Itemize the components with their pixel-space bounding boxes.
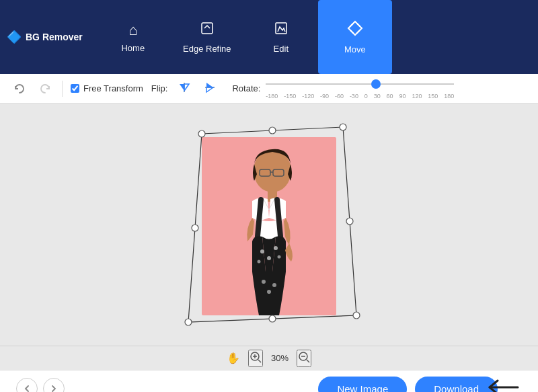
move-icon [347, 20, 363, 40]
rotate-track [266, 83, 454, 85]
app-header: 🔷 BG Remover ⌂ Home Edge Refine Edit [0, 0, 538, 74]
app-title: BG Remover [26, 32, 83, 42]
svg-point-25 [185, 319, 192, 325]
free-transform-label: Free Transform [83, 83, 143, 93]
edge-refine-icon [200, 21, 215, 40]
flip-vertical-button[interactable] [201, 80, 219, 97]
footer: New Image Download [0, 370, 538, 392]
tab-edge-refine-label: Edge Refine [183, 44, 231, 54]
rotate-slider[interactable] [266, 77, 454, 91]
tab-move[interactable]: Move [318, 0, 392, 74]
hand-tool-icon[interactable]: ✋ [227, 352, 240, 364]
svg-point-29 [269, 315, 276, 322]
zoom-bar: ✋ 30% [0, 346, 538, 370]
svg-marker-4 [184, 84, 189, 91]
canvas-area[interactable] [0, 104, 538, 346]
zoom-out-button[interactable] [297, 350, 311, 367]
svg-point-22 [198, 130, 205, 137]
transform-box[interactable] [182, 127, 356, 322]
transform-outline-svg [182, 127, 356, 322]
svg-marker-2 [180, 84, 184, 91]
toolbar-divider-1 [62, 81, 63, 97]
svg-marker-7 [206, 87, 213, 92]
svg-point-23 [340, 124, 346, 130]
svg-marker-21 [188, 127, 356, 322]
flip-horizontal-button[interactable] [176, 80, 193, 97]
undo-button[interactable] [11, 80, 28, 97]
svg-point-24 [353, 312, 360, 319]
svg-rect-0 [202, 23, 213, 34]
tab-edit[interactable]: Edit [244, 0, 318, 74]
logo-icon: 🔷 [7, 30, 22, 44]
footer-nav [16, 378, 65, 392]
arrow-indicator [484, 375, 525, 392]
next-button[interactable] [43, 378, 65, 392]
rotate-ticks: -180 -150 -120 -90 -60 -30 0 30 60 90 12… [266, 93, 454, 100]
footer-buttons: New Image Download [318, 377, 498, 393]
tab-home-label: Home [121, 43, 145, 53]
home-icon: ⌂ [128, 22, 137, 39]
rotate-section: Rotate: -180 -150 -120 -90 -60 -30 0 30 … [232, 77, 454, 100]
svg-line-36 [307, 360, 309, 362]
tab-home[interactable]: ⌂ Home [96, 0, 170, 74]
flip-label: Flip: [151, 83, 168, 93]
svg-marker-5 [206, 83, 213, 87]
edit-icon [274, 21, 289, 40]
arrow-indicator-svg [484, 375, 525, 392]
svg-line-33 [258, 360, 261, 362]
svg-point-27 [346, 218, 353, 225]
app-logo: 🔷 BG Remover [7, 30, 83, 44]
free-transform-input[interactable] [71, 84, 79, 93]
new-image-button[interactable]: New Image [318, 377, 407, 393]
rotate-label: Rotate: [232, 83, 260, 93]
svg-point-26 [192, 225, 198, 231]
free-transform-checkbox[interactable]: Free Transform [71, 83, 143, 93]
rotate-thumb[interactable] [371, 79, 381, 89]
toolbar: Free Transform Flip: Rotate: -180 -150 [0, 74, 538, 104]
svg-point-28 [269, 127, 276, 134]
prev-button[interactable] [16, 378, 38, 392]
tab-edge-refine[interactable]: Edge Refine [170, 0, 244, 74]
tab-move-label: Move [344, 44, 366, 54]
tab-edit-label: Edit [274, 44, 289, 54]
zoom-percent: 30% [271, 353, 289, 363]
zoom-in-button[interactable] [248, 350, 263, 367]
redo-button[interactable] [36, 80, 54, 97]
nav-tabs: ⌂ Home Edge Refine Edit [96, 0, 392, 74]
